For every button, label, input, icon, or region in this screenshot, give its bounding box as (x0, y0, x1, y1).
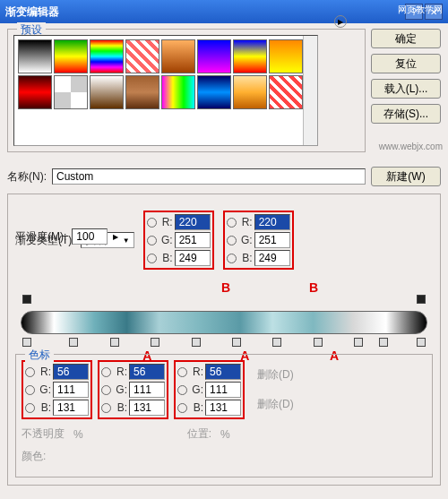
smooth-label: 平滑度(M): (15, 229, 66, 245)
marker-B2: B (309, 280, 318, 295)
delete-button-2[interactable]: 删除(D) (257, 397, 294, 412)
color-stop[interactable] (232, 338, 241, 347)
rgb-label: R: (189, 366, 203, 378)
rgb-input[interactable] (175, 232, 211, 248)
scrollbar[interactable] (303, 36, 317, 145)
preset-swatch[interactable] (18, 75, 52, 109)
name-label: 名称(N): (7, 169, 47, 185)
preset-swatch[interactable] (54, 39, 88, 73)
radio[interactable] (25, 385, 35, 395)
rgb-input[interactable] (53, 400, 89, 416)
rgb-input[interactable] (53, 364, 89, 380)
preset-swatch[interactable] (125, 39, 159, 73)
rgb-label: B: (113, 401, 127, 414)
radio[interactable] (227, 254, 237, 263)
load-button[interactable]: 载入(L)... (371, 79, 441, 99)
radio[interactable] (227, 236, 237, 245)
delete-button-1[interactable]: 删除(D) (257, 367, 294, 383)
reset-button[interactable]: 复位 (371, 54, 441, 73)
preset-swatch[interactable] (161, 39, 195, 73)
preset-swatch[interactable] (269, 75, 303, 109)
opacity-stops[interactable] (21, 295, 427, 307)
preset-swatch[interactable] (161, 75, 195, 109)
radio[interactable] (227, 218, 237, 228)
ok-button[interactable]: 确定 (371, 29, 441, 48)
window-title: 渐变编辑器 (5, 4, 59, 20)
highlight-B1: R:G:B: (143, 211, 214, 270)
position-label: 位置: (187, 426, 211, 442)
rgb-input[interactable] (129, 382, 165, 398)
rgb-input[interactable] (205, 400, 241, 416)
preset-swatch[interactable] (233, 39, 267, 73)
preset-swatch[interactable] (269, 39, 303, 73)
close-icon[interactable]: ✕ (425, 4, 443, 20)
marker-B1: B (221, 280, 230, 295)
rgb-label: B: (238, 252, 253, 264)
radio[interactable] (101, 385, 111, 395)
radio[interactable] (147, 218, 157, 228)
rgb-label: G: (113, 383, 127, 396)
color-stop[interactable] (272, 338, 281, 347)
preset-swatch[interactable] (90, 75, 124, 109)
color-stop[interactable] (314, 338, 323, 347)
new-button[interactable]: 新建(W) (371, 167, 441, 186)
rgb-input[interactable] (175, 214, 211, 230)
color-stop[interactable] (110, 338, 119, 347)
chevron-down-icon: ▼ (123, 237, 130, 245)
color-stop[interactable] (151, 338, 159, 347)
preset-swatch[interactable] (18, 39, 52, 73)
rgb-input[interactable] (254, 250, 290, 266)
save-button[interactable]: 存储(S)... (371, 104, 441, 124)
color-stop[interactable] (22, 338, 31, 347)
percent-label-2: % (220, 428, 230, 441)
name-input[interactable] (52, 168, 366, 185)
highlight-A1: R:G:B: (22, 360, 92, 419)
color-stop[interactable] (354, 338, 363, 347)
highlight-A2: R:G:B: (98, 360, 168, 419)
gradient-preview[interactable] (21, 311, 427, 334)
radio[interactable] (147, 254, 157, 263)
rgb-input[interactable] (254, 232, 290, 248)
radio[interactable] (147, 236, 157, 245)
radio[interactable] (101, 403, 111, 413)
popup-icon[interactable]: ▶ (334, 15, 347, 28)
radio[interactable] (177, 385, 187, 395)
rgb-input[interactable] (175, 250, 211, 266)
radio[interactable] (25, 403, 35, 413)
preset-swatch[interactable] (54, 75, 88, 109)
radio[interactable] (177, 367, 187, 377)
color-stop[interactable] (379, 338, 388, 347)
rgb-label: R: (37, 366, 51, 378)
rgb-input[interactable] (129, 364, 165, 380)
color-stops[interactable]: A A A (21, 338, 427, 350)
opacity-stop[interactable] (22, 295, 31, 304)
dialog-content: 预设 ▶ 确定 复位 载入(L)... 存储(S)... 名称(N): 新建(W… (0, 23, 448, 498)
color-stop[interactable] (69, 338, 78, 347)
preset-swatch[interactable] (90, 39, 124, 73)
rgb-input[interactable] (205, 382, 241, 398)
color-stop[interactable] (417, 338, 426, 347)
rgb-input[interactable] (129, 400, 165, 416)
rgb-input[interactable] (53, 382, 89, 398)
color-label: 颜色: (22, 449, 46, 464)
rgb-input[interactable] (205, 364, 241, 380)
preset-swatch[interactable] (197, 75, 231, 109)
preset-swatch[interactable] (125, 75, 159, 109)
rgb-label: G: (159, 234, 173, 246)
highlight-A3: R:G:B: (174, 360, 245, 419)
rgb-label: R: (113, 366, 127, 378)
smooth-input[interactable] (72, 228, 108, 245)
button-column: 确定 复位 载入(L)... 存储(S)... (371, 29, 441, 159)
radio[interactable] (177, 403, 187, 413)
color-stop[interactable] (192, 338, 201, 347)
highlight-B2: R:G:B: (223, 211, 294, 270)
percent-label: % (73, 428, 83, 441)
rgb-label: R: (238, 216, 253, 228)
radio[interactable] (25, 367, 35, 377)
rgb-input[interactable] (254, 214, 290, 230)
radio[interactable] (101, 367, 111, 377)
help-icon[interactable]: ? (405, 4, 423, 20)
opacity-stop[interactable] (417, 295, 426, 304)
preset-swatch[interactable] (197, 39, 231, 73)
preset-swatch[interactable] (233, 75, 267, 109)
